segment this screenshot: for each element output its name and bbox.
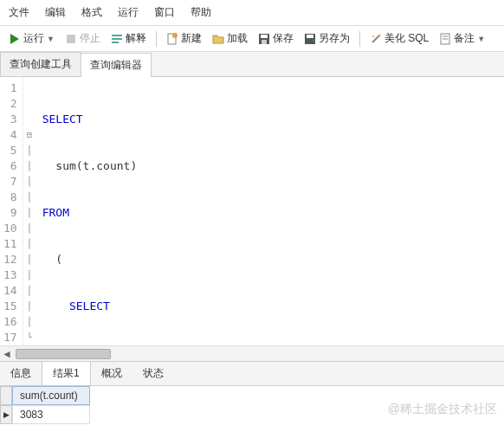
menu-run[interactable]: 运行 [118, 5, 139, 20]
stop-button[interactable]: 停止 [61, 29, 104, 48]
tab-info[interactable]: 信息 [0, 362, 42, 385]
notes-button[interactable]: 备注 ▼ [436, 29, 488, 48]
fold-toggle-icon[interactable]: ⊟ [23, 127, 36, 143]
load-label: 加载 [227, 31, 248, 46]
code-line: sum(t.count) [42, 158, 287, 174]
horizontal-scrollbar[interactable]: ◄ [0, 345, 504, 361]
svg-rect-8 [261, 35, 268, 38]
notes-label: 备注 [454, 31, 475, 46]
tab-profile[interactable]: 概况 [91, 362, 132, 385]
beautify-label: 美化 SQL [384, 31, 429, 46]
toolbar: 运行 ▼ 停止 解释 新建 加载 保存 另存为 美化 SQL 备注 ▼ [0, 26, 504, 52]
svg-rect-4 [112, 42, 119, 43]
run-label: 运行 [23, 31, 44, 46]
run-button[interactable]: 运行 ▼ [5, 29, 58, 48]
line-gutter: 123456789 1011121314151617 [0, 77, 23, 345]
svg-rect-1 [67, 35, 75, 43]
svg-rect-3 [112, 38, 122, 40]
tab-result1[interactable]: 结果1 [42, 362, 91, 385]
svg-point-6 [172, 33, 178, 38]
result-tabs: 信息 结果1 概况 状态 [0, 361, 504, 386]
load-button[interactable]: 加载 [209, 29, 251, 48]
menu-format[interactable]: 格式 [81, 5, 102, 20]
new-label: 新建 [181, 31, 202, 46]
code-editor[interactable]: 123456789 1011121314151617 ⊟ │││││││││││… [0, 77, 504, 345]
grid-column-header[interactable]: sum(t.count) [12, 386, 90, 405]
save-label: 保存 [273, 31, 294, 46]
code-line: FROM [42, 206, 69, 219]
saveas-button[interactable]: 另存为 [300, 29, 353, 48]
explain-label: 解释 [126, 31, 146, 46]
grid-cell[interactable]: 3083 [12, 405, 90, 424]
svg-marker-0 [10, 34, 19, 44]
menu-edit[interactable]: 编辑 [45, 5, 66, 20]
fold-gutter: ⊟ ││││││││││││└ [23, 77, 36, 345]
play-icon [9, 33, 21, 45]
new-button[interactable]: 新建 [163, 29, 205, 48]
notes-icon [439, 33, 451, 45]
svg-rect-2 [112, 35, 122, 36]
svg-point-15 [372, 35, 374, 37]
code-line: SELECT [42, 113, 83, 126]
save-button[interactable]: 保存 [255, 29, 297, 48]
separator [359, 31, 360, 47]
beautify-button[interactable]: 美化 SQL [366, 29, 432, 48]
separator [156, 31, 157, 47]
stop-icon [65, 33, 77, 45]
code-line: SELECT [42, 300, 110, 312]
stop-label: 停止 [80, 31, 100, 46]
dropdown-icon: ▼ [47, 35, 55, 43]
tab-query-builder[interactable]: 查询创建工具 [0, 52, 81, 76]
code-area[interactable]: SELECT sum(t.count) FROM ( SELECT count(… [36, 77, 294, 345]
svg-point-14 [378, 34, 380, 36]
tab-query-editor[interactable]: 查询编辑器 [81, 53, 152, 77]
save-icon [258, 33, 270, 45]
tab-status[interactable]: 状态 [132, 362, 174, 385]
folder-icon [212, 33, 224, 45]
explain-icon [111, 33, 123, 45]
grid-row-header[interactable]: ▶ [0, 405, 12, 424]
menu-window[interactable]: 窗口 [154, 5, 175, 20]
saveas-label: 另存为 [319, 31, 350, 46]
menu-help[interactable]: 帮助 [191, 5, 211, 20]
explain-button[interactable]: 解释 [107, 29, 150, 48]
menu-file[interactable]: 文件 [9, 5, 29, 20]
editor-tabs: 查询创建工具 查询编辑器 [0, 52, 504, 77]
menu-bar: 文件 编辑 格式 运行 窗口 帮助 [0, 0, 504, 26]
code-line: ( [42, 252, 287, 267]
scroll-left-icon[interactable]: ◄ [0, 348, 14, 360]
svg-rect-11 [307, 35, 313, 38]
dropdown-icon: ▼ [477, 35, 485, 43]
new-icon [166, 33, 178, 45]
result-grid: sum(t.count) ▶ 3083 [0, 386, 504, 424]
wand-icon [370, 33, 382, 45]
grid-corner [0, 386, 12, 405]
scroll-thumb[interactable] [16, 349, 111, 359]
saveas-icon [304, 33, 316, 45]
svg-rect-9 [262, 40, 267, 44]
